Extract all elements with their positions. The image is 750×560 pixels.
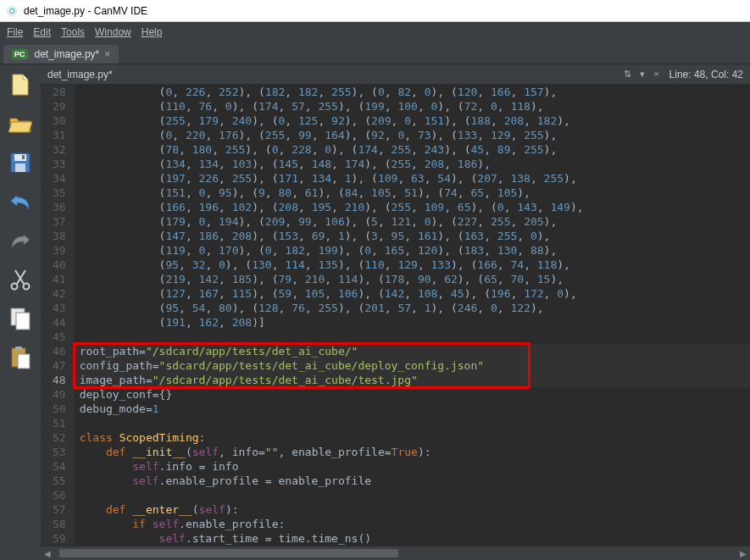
code-line[interactable]: 29 (110, 76, 0), (174, 57, 255), (199, 1… bbox=[41, 99, 750, 114]
code-line[interactable]: 28 (0, 226, 252), (182, 182, 255), (0, 8… bbox=[41, 85, 750, 99]
code-content[interactable]: (179, 0, 194), (209, 99, 106), (5, 121, … bbox=[75, 214, 750, 229]
line-number: 44 bbox=[41, 315, 75, 330]
code-content[interactable]: root_path="/sdcard/app/tests/det_ai_cube… bbox=[75, 344, 750, 358]
menu-help[interactable]: Help bbox=[142, 26, 163, 38]
code-content[interactable]: self.start_time = time.time_ns() bbox=[75, 531, 750, 546]
code-line[interactable]: 45 bbox=[41, 330, 750, 344]
menu-tools[interactable]: Tools bbox=[61, 26, 85, 38]
code-content[interactable]: (166, 196, 102), (208, 195, 210), (255, … bbox=[75, 200, 750, 214]
scroll-right-arrow[interactable]: ▶ bbox=[740, 549, 747, 558]
code-line[interactable]: 35 (151, 0, 95), (9, 80, 61), (84, 105, … bbox=[41, 186, 750, 200]
code-content[interactable] bbox=[75, 416, 750, 430]
code-content[interactable] bbox=[75, 488, 750, 502]
code-content[interactable]: (0, 226, 252), (182, 182, 255), (0, 82, … bbox=[75, 85, 750, 99]
code-content[interactable]: (191, 162, 208)] bbox=[75, 315, 750, 330]
code-content[interactable]: (110, 76, 0), (174, 57, 255), (199, 100,… bbox=[75, 99, 750, 114]
code-line[interactable]: 38 (147, 186, 208), (153, 69, 1), (3, 95… bbox=[41, 229, 750, 243]
line-number: 31 bbox=[41, 128, 75, 142]
new-file-button[interactable] bbox=[7, 71, 34, 98]
code-content[interactable]: (0, 220, 176), (255, 99, 164), (92, 0, 7… bbox=[75, 128, 750, 142]
code-line[interactable]: 32 (78, 180, 255), (0, 228, 0), (174, 25… bbox=[41, 142, 750, 157]
code-line[interactable]: 51 bbox=[41, 416, 750, 430]
line-number: 57 bbox=[41, 502, 75, 517]
code-content[interactable]: image_path="/sdcard/app/tests/det_ai_cub… bbox=[75, 373, 750, 387]
window-title: det_image.py - CanMV IDE bbox=[24, 5, 147, 17]
code-content[interactable]: debug_mode=1 bbox=[75, 402, 750, 416]
code-content[interactable]: if self.enable_profile: bbox=[75, 517, 750, 531]
code-line[interactable]: 53 def __init__(self, info="", enable_pr… bbox=[41, 445, 750, 459]
left-toolbar bbox=[0, 64, 41, 560]
editor-column: det_image.py* ⇅ ▾ × Line: 48, Col: 42 28… bbox=[41, 64, 750, 560]
code-content[interactable]: self.info = info bbox=[75, 459, 750, 474]
menu-file[interactable]: File bbox=[7, 26, 23, 38]
svg-point-1 bbox=[9, 8, 14, 13]
open-folder-button[interactable] bbox=[7, 110, 34, 137]
code-content[interactable] bbox=[75, 330, 750, 344]
code-content[interactable]: (147, 186, 208), (153, 69, 1), (3, 95, 1… bbox=[75, 229, 750, 243]
code-line[interactable]: 42 (127, 167, 115), (59, 105, 106), (142… bbox=[41, 286, 750, 301]
split-columns-icon[interactable]: ⇅ bbox=[624, 69, 631, 80]
code-content[interactable]: deploy_conf={} bbox=[75, 387, 750, 402]
paste-button[interactable] bbox=[7, 344, 34, 371]
redo-button[interactable] bbox=[7, 227, 34, 254]
save-button[interactable] bbox=[7, 149, 34, 176]
code-editor[interactable]: 28 (0, 226, 252), (182, 182, 255), (0, 8… bbox=[41, 85, 750, 546]
code-line[interactable]: 43 (95, 54, 80), (128, 76, 255), (201, 5… bbox=[41, 301, 750, 315]
code-content[interactable]: (219, 142, 185), (79, 210, 114), (178, 9… bbox=[75, 272, 750, 286]
code-line[interactable]: 54 self.info = info bbox=[41, 459, 750, 474]
line-number: 55 bbox=[41, 474, 75, 488]
code-content[interactable]: (134, 134, 103), (145, 148, 174), (255, … bbox=[75, 157, 750, 171]
editor-subtab-name[interactable]: det_image.py* bbox=[47, 69, 113, 80]
editor-subtab-row: det_image.py* ⇅ ▾ × Line: 48, Col: 42 bbox=[41, 64, 750, 85]
code-content[interactable]: (95, 32, 0), (130, 114, 135), (110, 129,… bbox=[75, 258, 750, 272]
code-line[interactable]: 55 self.enable_profile = enable_profile bbox=[41, 474, 750, 488]
code-line[interactable]: 49deploy_conf={} bbox=[41, 387, 750, 402]
code-line[interactable]: 46root_path="/sdcard/app/tests/det_ai_cu… bbox=[41, 344, 750, 358]
code-line[interactable]: 47config_path="sdcard/app/tests/det_ai_c… bbox=[41, 358, 750, 373]
code-line[interactable]: 39 (119, 0, 170), (0, 182, 199), (0, 165… bbox=[41, 243, 750, 258]
file-tab-det-image[interactable]: PC det_image.py* × bbox=[3, 45, 119, 64]
dropdown-icon[interactable]: ▾ bbox=[640, 69, 645, 80]
code-content[interactable]: (119, 0, 170), (0, 182, 199), (0, 165, 1… bbox=[75, 243, 750, 258]
copy-button[interactable] bbox=[7, 305, 34, 332]
line-number: 56 bbox=[41, 488, 75, 502]
code-content[interactable]: (78, 180, 255), (0, 228, 0), (174, 255, … bbox=[75, 142, 750, 157]
line-number: 51 bbox=[41, 416, 75, 430]
code-line[interactable]: 30 (255, 179, 240), (0, 125, 92), (209, … bbox=[41, 114, 750, 128]
code-line[interactable]: 34 (197, 226, 255), (171, 134, 1), (109,… bbox=[41, 171, 750, 186]
code-line[interactable]: 50debug_mode=1 bbox=[41, 402, 750, 416]
code-content[interactable]: (95, 54, 80), (128, 76, 255), (201, 57, … bbox=[75, 301, 750, 315]
code-line[interactable]: 48image_path="/sdcard/app/tests/det_ai_c… bbox=[41, 373, 750, 387]
code-content[interactable]: (197, 226, 255), (171, 134, 1), (109, 63… bbox=[75, 171, 750, 186]
menu-edit[interactable]: Edit bbox=[33, 26, 51, 38]
code-content[interactable]: class ScopedTiming: bbox=[75, 430, 750, 445]
code-line[interactable]: 41 (219, 142, 185), (79, 210, 114), (178… bbox=[41, 272, 750, 286]
close-icon[interactable]: × bbox=[653, 69, 658, 80]
code-line[interactable]: 36 (166, 196, 102), (208, 195, 210), (25… bbox=[41, 200, 750, 214]
close-icon[interactable]: × bbox=[104, 48, 110, 60]
code-line[interactable]: 59 self.start_time = time.time_ns() bbox=[41, 531, 750, 546]
code-content[interactable]: (127, 167, 115), (59, 105, 106), (142, 1… bbox=[75, 286, 750, 301]
svg-rect-4 bbox=[15, 164, 25, 172]
undo-button[interactable] bbox=[7, 188, 34, 215]
code-content[interactable]: self.enable_profile = enable_profile bbox=[75, 474, 750, 488]
code-line[interactable]: 57 def __enter__(self): bbox=[41, 502, 750, 517]
code-content[interactable]: def __enter__(self): bbox=[75, 502, 750, 517]
code-content[interactable]: (255, 179, 240), (0, 125, 92), (209, 0, … bbox=[75, 114, 750, 128]
scroll-left-arrow[interactable]: ◀ bbox=[44, 549, 51, 558]
code-line[interactable]: 52class ScopedTiming: bbox=[41, 430, 750, 445]
code-line[interactable]: 33 (134, 134, 103), (145, 148, 174), (25… bbox=[41, 157, 750, 171]
code-line[interactable]: 40 (95, 32, 0), (130, 114, 135), (110, 1… bbox=[41, 258, 750, 272]
code-line[interactable]: 56 bbox=[41, 488, 750, 502]
code-content[interactable]: config_path="sdcard/app/tests/det_ai_cub… bbox=[75, 358, 750, 373]
code-content[interactable]: (151, 0, 95), (9, 80, 61), (84, 105, 51)… bbox=[75, 186, 750, 200]
code-line[interactable]: 37 (179, 0, 194), (209, 99, 106), (5, 12… bbox=[41, 214, 750, 229]
menu-window[interactable]: Window bbox=[95, 26, 131, 38]
horizontal-scrollbar[interactable]: ◀ ▶ bbox=[41, 546, 750, 560]
code-line[interactable]: 58 if self.enable_profile: bbox=[41, 517, 750, 531]
scrollbar-thumb[interactable] bbox=[59, 549, 398, 557]
code-content[interactable]: def __init__(self, info="", enable_profi… bbox=[75, 445, 750, 459]
code-line[interactable]: 44 (191, 162, 208)] bbox=[41, 315, 750, 330]
code-line[interactable]: 31 (0, 220, 176), (255, 99, 164), (92, 0… bbox=[41, 128, 750, 142]
cut-button[interactable] bbox=[7, 266, 34, 293]
